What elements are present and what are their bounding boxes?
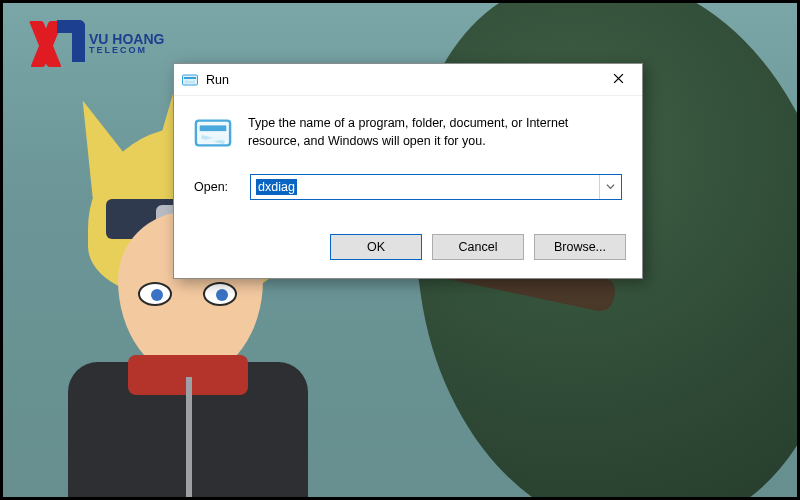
brand-watermark: VU HOANG TELECOM	[25, 23, 164, 63]
open-input-value: dxdiag	[256, 179, 297, 195]
brand-name-bottom: TELECOM	[89, 46, 164, 55]
open-input[interactable]: dxdiag	[251, 175, 599, 199]
chevron-down-icon	[606, 180, 615, 194]
screenshot-frame: VU HOANG TELECOM Run	[0, 0, 800, 500]
run-dialog: Run Type the name of a program,	[173, 63, 643, 279]
close-icon	[613, 73, 624, 87]
titlebar[interactable]: Run	[174, 64, 642, 96]
svg-rect-2	[196, 121, 230, 146]
dialog-button-row: OK Cancel Browse...	[174, 218, 642, 278]
brand-logo-icon	[25, 23, 83, 63]
close-button[interactable]	[604, 68, 632, 92]
ok-button[interactable]: OK	[330, 234, 422, 260]
dialog-title: Run	[206, 73, 229, 87]
svg-rect-0	[183, 75, 198, 85]
open-dropdown-button[interactable]	[599, 175, 621, 199]
svg-rect-1	[184, 77, 196, 79]
open-combobox[interactable]: dxdiag	[250, 174, 622, 200]
svg-rect-3	[200, 125, 227, 131]
dialog-description: Type the name of a program, folder, docu…	[248, 114, 622, 150]
open-label: Open:	[194, 180, 240, 194]
brand-text: VU HOANG TELECOM	[89, 32, 164, 55]
run-large-icon	[194, 114, 232, 152]
cancel-button[interactable]: Cancel	[432, 234, 524, 260]
browse-button[interactable]: Browse...	[534, 234, 626, 260]
run-icon	[182, 72, 198, 88]
